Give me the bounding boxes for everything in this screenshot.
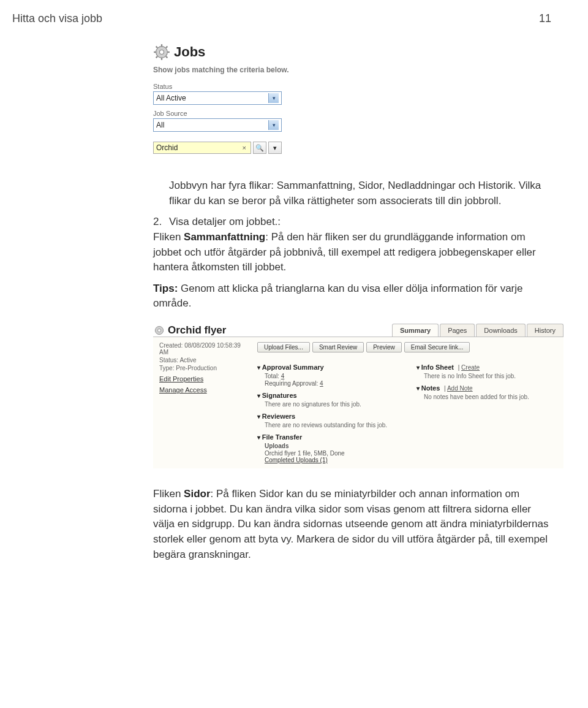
svg-line-9 [166, 47, 167, 48]
manage-access-link[interactable]: Manage Access [159, 386, 251, 394]
tab-history[interactable]: History [527, 324, 564, 337]
paragraph-pages-tab: Fliken Sidor: På fliken Sidor kan du se … [153, 487, 551, 562]
orchid-flyer-panel: Orchid flyer Summary Pages Downloads His… [153, 324, 564, 468]
reviewers-text: There are no reviews outstanding for thi… [265, 422, 398, 428]
paragraph-summary-tab: Fliken Sammanfattning: På den här fliken… [153, 230, 551, 275]
tab-pages[interactable]: Pages [440, 324, 475, 337]
info-sheet-text: There is no Info Sheet for this job. [424, 373, 557, 379]
preview-button[interactable]: Preview [366, 342, 402, 352]
jobs-filter-panel: Jobs Show jobs matching the criteria bel… [153, 44, 312, 154]
edit-properties-link[interactable]: Edit Properties [159, 375, 251, 383]
svg-point-11 [158, 329, 161, 332]
clear-icon[interactable]: × [241, 144, 248, 151]
job-source-value: All [156, 121, 164, 129]
approval-requiring: Requiring Approval: 4 [265, 380, 398, 387]
search-icon: 🔍 [255, 144, 264, 152]
upload-files-button[interactable]: Upload Files... [257, 342, 310, 352]
flyer-meta: Created: 08/08/2009 10:58:39 AM Status: … [159, 342, 257, 463]
status-label: Status [153, 83, 312, 90]
gear-icon [153, 324, 165, 337]
svg-line-7 [166, 56, 167, 58]
tab-summary[interactable]: Summary [392, 324, 439, 337]
search-value: Orchid [156, 143, 178, 152]
upload-line: Orchid flyer 1 file, 5MB, Done [265, 450, 398, 457]
jobs-subtitle: Show jobs matching the criteria below. [153, 66, 312, 74]
svg-line-6 [156, 47, 157, 48]
approval-total: Total: 4 [265, 373, 398, 379]
uploads-label: Uploads [265, 443, 398, 449]
status-select[interactable]: All Active ▾ [153, 91, 282, 105]
search-dropdown-button[interactable]: ▾ [268, 142, 282, 154]
gear-icon [153, 44, 170, 61]
page-header: Hitta och visa jobb 11 [12, 12, 551, 25]
search-input[interactable]: Orchid × [153, 142, 251, 154]
step-text: Visa detaljer om jobbet.: [169, 215, 551, 230]
svg-point-1 [160, 50, 164, 55]
job-source-select[interactable]: All ▾ [153, 118, 282, 132]
smart-review-button[interactable]: Smart Review [312, 342, 364, 352]
reviewers-heading[interactable]: Reviewers [257, 413, 398, 420]
file-transfer-heading[interactable]: File Transfer [257, 433, 398, 441]
info-sheet-heading[interactable]: Info Sheet | Create [417, 364, 557, 371]
svg-line-8 [156, 56, 157, 58]
job-source-label: Job Source [153, 110, 312, 117]
flyer-title: Orchid flyer [168, 324, 226, 337]
email-secure-link-button[interactable]: Email Secure link... [404, 342, 470, 352]
status-value: All Active [156, 94, 186, 102]
completed-uploads-link[interactable]: Completed Uploads (1) [265, 457, 398, 463]
search-button[interactable]: 🔍 [253, 142, 266, 154]
notes-heading[interactable]: Notes | Add Note [417, 384, 557, 392]
page-title: Hitta och visa jobb [12, 12, 102, 25]
notes-text: No notes have been added for this job. [424, 394, 557, 400]
flyer-toolbar: Upload Files... Smart Review Preview Ema… [257, 342, 557, 352]
page-number: 11 [539, 12, 551, 25]
paragraph-tips: Tips: Genom att klicka på trianglarna ka… [153, 281, 551, 311]
chevron-down-icon: ▾ [273, 144, 277, 152]
paragraph-intro: Jobbvyn har fyra flikar: Sammanfattning,… [169, 178, 551, 208]
approval-summary-heading[interactable]: Approval Summary [257, 364, 398, 371]
step-number: 2. [153, 215, 169, 230]
flyer-tabs: Summary Pages Downloads History [392, 324, 564, 337]
add-note-link[interactable]: Add Note [447, 385, 473, 392]
tab-downloads[interactable]: Downloads [476, 324, 525, 337]
signatures-text: There are no signatures for this job. [265, 401, 398, 408]
chevron-down-icon: ▾ [268, 93, 279, 103]
jobs-title: Jobs [174, 44, 205, 60]
signatures-heading[interactable]: Signatures [257, 392, 398, 399]
create-info-sheet-link[interactable]: Create [461, 364, 480, 371]
chevron-down-icon: ▾ [268, 120, 279, 130]
